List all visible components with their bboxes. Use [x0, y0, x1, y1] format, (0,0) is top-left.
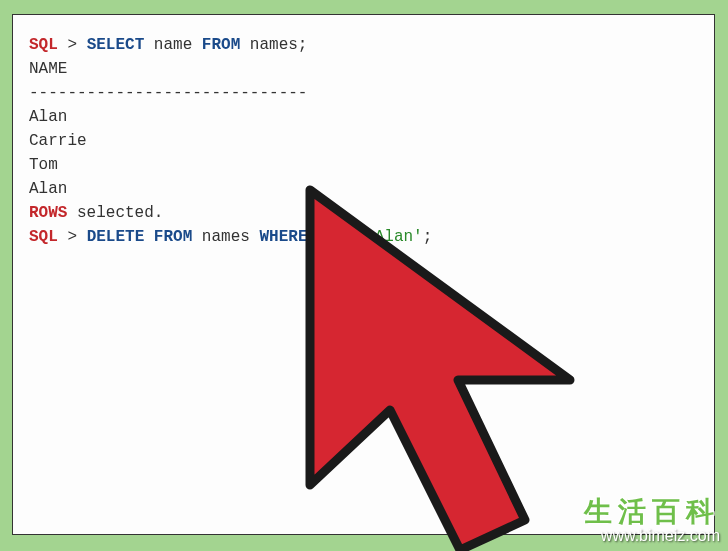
code-token: name — [144, 36, 202, 54]
terminal-window: SQL > SELECT name FROM names;NAME-------… — [12, 14, 715, 535]
code-token: Carrie — [29, 132, 87, 150]
code-line: Carrie — [29, 129, 698, 153]
code-token: 'Alan' — [365, 228, 423, 246]
code-line: Alan — [29, 105, 698, 129]
code-token: NAME — [29, 60, 67, 78]
code-line: Tom — [29, 153, 698, 177]
code-token: ROWS — [29, 204, 67, 222]
code-line: NAME — [29, 57, 698, 81]
code-line: SQL > DELETE FROM names WHERE name='Alan… — [29, 225, 698, 249]
code-token: name — [307, 228, 355, 246]
code-token — [144, 228, 154, 246]
code-token: SQL — [29, 36, 58, 54]
code-token: > — [58, 228, 87, 246]
code-token: Tom — [29, 156, 58, 174]
code-token: Alan — [29, 180, 67, 198]
code-line: Alan — [29, 177, 698, 201]
code-token: DELETE — [87, 228, 145, 246]
code-line: SQL > SELECT name FROM names; — [29, 33, 698, 57]
code-token: names — [192, 228, 259, 246]
code-token: SELECT — [87, 36, 145, 54]
code-token: Alan — [29, 108, 67, 126]
code-token: names; — [240, 36, 307, 54]
code-token: ; — [423, 228, 433, 246]
code-block: SQL > SELECT name FROM names;NAME-------… — [29, 33, 698, 249]
code-token: selected. — [67, 204, 163, 222]
code-token: FROM — [202, 36, 240, 54]
code-token: FROM — [154, 228, 192, 246]
code-token: WHERE — [259, 228, 307, 246]
code-token: ----------------------------- — [29, 84, 307, 102]
code-line: ----------------------------- — [29, 81, 698, 105]
code-line: ROWS selected. — [29, 201, 698, 225]
code-token: > — [58, 36, 87, 54]
code-token: SQL — [29, 228, 58, 246]
code-token: = — [356, 228, 366, 246]
